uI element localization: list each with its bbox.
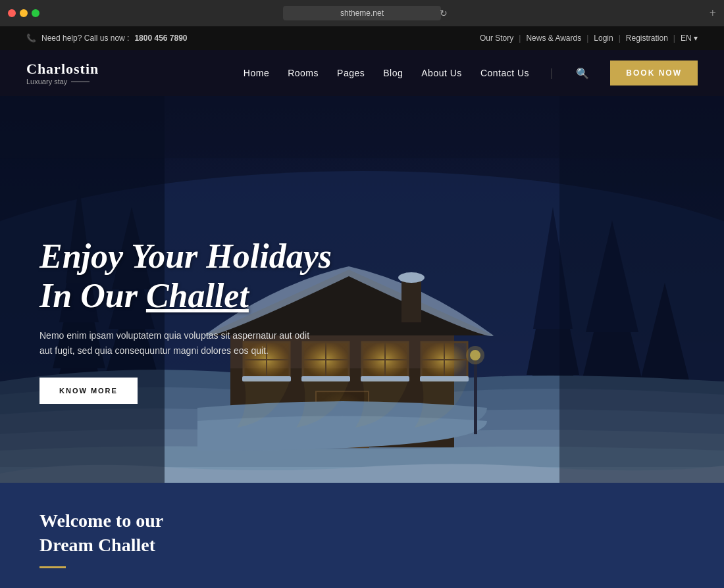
hero-title-line2: In Our Challet <box>39 277 249 314</box>
hero-title-line1: Enjoy Your Holidays <box>39 237 332 275</box>
welcome-line1: Welcome to our <box>39 510 163 531</box>
nav-contact[interactable]: Contact Us <box>480 68 529 78</box>
nav-rooms[interactable]: Rooms <box>288 68 319 78</box>
address-bar[interactable]: shtheme.net <box>283 6 441 20</box>
language-label: EN <box>681 34 692 43</box>
nav-home[interactable]: Home <box>244 68 269 78</box>
top-bar-right: Our Story | News & Awards | Login | Regi… <box>480 34 698 43</box>
phone-icon: 📞 <box>26 34 36 43</box>
url-text: shtheme.net <box>340 9 384 18</box>
top-bar: 📞 Need help? Call us now : 1800 456 7890… <box>0 26 724 50</box>
dot-green <box>32 9 39 17</box>
nav-about[interactable]: About Us <box>421 68 462 78</box>
welcome-line2: Dream Challet <box>39 535 155 555</box>
hero-subtitle: Nemo enim ipsam voluptatem quia voluptas… <box>39 328 323 358</box>
book-now-button[interactable]: BOOK NOW <box>610 61 698 86</box>
dot-red <box>8 9 16 17</box>
nav-blog[interactable]: Blog <box>383 68 403 78</box>
welcome-title: Welcome to our Dream Challet <box>39 509 685 557</box>
divider1: | <box>519 34 521 43</box>
dot-yellow <box>20 9 28 17</box>
hero-section: Enjoy Your Holidays In Our Challet Nemo … <box>0 96 724 483</box>
nav-links: Home Rooms Pages Blog About Us Contact U… <box>244 61 698 86</box>
news-awards-link[interactable]: News & Awards <box>526 34 581 43</box>
welcome-section: Welcome to our Dream Challet <box>0 483 724 588</box>
know-more-button[interactable]: KNOW MORE <box>39 378 138 404</box>
browser-chrome: shtheme.net ↻ + <box>0 0 724 26</box>
logo-tagline: Luxuary stay <box>26 78 99 86</box>
svg-rect-62 <box>0 96 724 158</box>
site-wrapper: 📞 Need help? Call us now : 1800 456 7890… <box>0 26 724 588</box>
logo-name: Charlostin <box>26 61 99 78</box>
search-icon-button[interactable]: 🔍 <box>573 64 592 82</box>
new-tab-button[interactable]: + <box>710 7 716 20</box>
our-story-link[interactable]: Our Story <box>480 34 513 43</box>
divider2: | <box>586 34 588 43</box>
hero-content: Enjoy Your Holidays In Our Challet Nemo … <box>39 237 332 404</box>
nav-pages[interactable]: Pages <box>337 68 365 78</box>
logo-area: Charlostin Luxuary stay <box>26 61 99 86</box>
divider3: | <box>619 34 621 43</box>
main-nav: Charlostin Luxuary stay Home Rooms Pages… <box>0 50 724 96</box>
nav-divider: | <box>550 67 552 79</box>
reload-icon[interactable]: ↻ <box>440 8 448 19</box>
language-chevron-icon: ▾ <box>694 34 698 43</box>
top-bar-left: 📞 Need help? Call us now : 1800 456 7890 <box>26 34 188 43</box>
divider4: | <box>673 34 675 43</box>
hero-title: Enjoy Your Holidays In Our Challet <box>39 237 332 316</box>
login-link[interactable]: Login <box>594 34 613 43</box>
help-text: Need help? Call us now : <box>41 34 129 43</box>
welcome-underline <box>39 566 66 568</box>
registration-link[interactable]: Registration <box>626 34 668 43</box>
phone-number: 1800 456 7890 <box>134 34 187 43</box>
browser-dots <box>8 9 39 17</box>
language-selector[interactable]: EN ▾ <box>681 34 698 43</box>
